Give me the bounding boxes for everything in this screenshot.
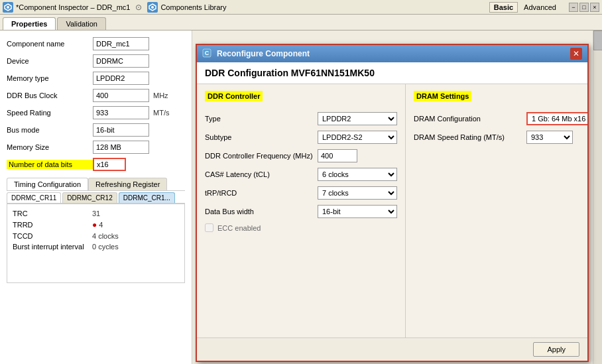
trp-select[interactable]: 7 clocks 4 clocks 5 clocks 6 clocks	[318, 186, 397, 200]
num-data-bits-input[interactable]	[93, 158, 126, 171]
dram-speed-label: DRAM Speed Rating (MT/s)	[414, 133, 526, 141]
ecc-row: ECC enabled	[205, 223, 397, 232]
tab-cr13[interactable]: DDRMC_CR1...	[119, 192, 175, 203]
freq-row: DDR Controller Frequency (MHz)	[205, 149, 397, 162]
trc-value: 31	[92, 210, 100, 217]
type-label: Type	[205, 115, 318, 123]
svg-point-1	[7, 6, 9, 9]
ddr-bus-clock-row: DDR Bus Clock MHz	[7, 89, 185, 102]
svg-text:C: C	[205, 50, 210, 56]
memory-size-input[interactable]	[93, 141, 149, 154]
burst-interrupt-value: 0 cycles	[92, 243, 119, 251]
cas-label: CAS# Latency (tCL)	[205, 170, 318, 178]
num-data-bits-row: Number of data bits	[7, 158, 185, 171]
title-bar: *Component Inspector – DDR_mc1 ⊙ Compone…	[0, 0, 602, 15]
right-panel: C Reconfigure Component ✕ DDR Configurat…	[192, 30, 602, 364]
speed-rating-unit: MT/s	[153, 109, 169, 117]
library-icon	[147, 2, 158, 13]
trp-row: tRP/tRCD 7 clocks 4 clocks 5 clocks 6 cl…	[205, 186, 397, 200]
component-name-input[interactable]	[93, 37, 149, 50]
burst-interrupt-label: Burst interrupt interval	[13, 243, 92, 251]
ddr-controller-section: DDR Controller Type LPDDR2 Subtype LPDDR…	[197, 84, 406, 337]
burst-interrupt-row: Burst interrupt interval 0 cycles	[13, 243, 179, 251]
freq-label: DDR Controller Frequency (MHz)	[205, 152, 318, 160]
apply-button[interactable]: Apply	[533, 342, 579, 357]
dialog-footer: Apply	[197, 337, 587, 361]
ecc-label: ECC enabled	[217, 224, 261, 232]
subtype-row: Subtype LPDDR2-S2	[205, 131, 397, 144]
ecc-checkbox[interactable]	[205, 223, 213, 232]
subtype-label: Subtype	[205, 133, 318, 141]
trrd-row: TRRD ● 4	[13, 220, 179, 229]
app-icon	[3, 2, 13, 13]
sub-tab-refreshing[interactable]: Refreshing Register	[88, 178, 167, 190]
memory-type-label: Memory type	[7, 74, 93, 82]
dialog-header-text: DDR Configuration MVF61NN151MK50	[205, 68, 375, 78]
trrd-value: 4	[99, 221, 103, 229]
ddr-bus-clock-unit: MHz	[153, 91, 168, 99]
ddr-bus-clock-input[interactable]	[93, 89, 149, 102]
component-name-row: Component name	[7, 37, 185, 50]
device-input[interactable]	[93, 54, 149, 68]
dram-speed-select[interactable]: 933 800 667	[526, 131, 573, 144]
tab-cr11[interactable]: DDRMC_CR11	[7, 192, 61, 203]
component-name-label: Component name	[7, 40, 93, 48]
reconfigure-dialog: C Reconfigure Component ✕ DDR Configurat…	[196, 44, 589, 362]
ddr-bus-clock-label: DDR Bus Clock	[7, 91, 93, 99]
dram-speed-row: DRAM Speed Rating (MT/s) 933 800 667	[414, 131, 587, 144]
svg-point-3	[151, 6, 154, 9]
dialog-body: DDR Controller Type LPDDR2 Subtype LPDDR…	[197, 84, 587, 337]
dram-config-row: DRAM Configuration 1 Gb: 64 Mb x16 512 M…	[414, 112, 587, 125]
cas-select[interactable]: 6 clocks 4 clocks 5 clocks 7 clocks	[318, 168, 397, 181]
num-data-bits-label: Number of data bits	[7, 160, 93, 169]
type-select[interactable]: LPDDR2	[318, 112, 397, 125]
bus-mode-input[interactable]	[93, 123, 149, 137]
tab-cr12[interactable]: DDRMC_CR12	[62, 192, 117, 203]
dram-settings-title: DRAM Settings	[414, 91, 471, 101]
advanced-button[interactable]: Advanced	[519, 2, 561, 13]
trc-label: TRC	[13, 210, 92, 217]
memory-size-label: Memory Size	[7, 143, 93, 151]
dialog-title-text: Reconfigure Component	[217, 49, 310, 58]
trp-label: tRP/tRCD	[205, 189, 318, 197]
data-bus-label: Data Bus width	[205, 208, 318, 215]
trc-row: TRC 31	[13, 210, 179, 217]
scrollbar-track[interactable]	[593, 30, 602, 364]
dram-config-select[interactable]: 1 Gb: 64 Mb x16 512 Mb: 32 Mb x16	[526, 112, 587, 125]
speed-rating-row: Speed Rating MT/s	[7, 106, 185, 119]
memory-type-input[interactable]	[93, 72, 149, 85]
left-panel: Component name Device Memory type DDR Bu…	[0, 30, 192, 364]
subtype-select[interactable]: LPDDR2-S2	[318, 131, 397, 144]
title-separator: ⊙	[135, 3, 142, 12]
trrd-label: TRRD	[13, 221, 92, 229]
type-row: Type LPDDR2	[205, 112, 397, 125]
ddr-controller-title: DDR Controller	[205, 91, 263, 101]
bus-mode-row: Bus mode	[7, 123, 185, 137]
dialog-title-bar: C Reconfigure Component ✕	[197, 45, 587, 62]
trrd-dot: ●	[92, 220, 97, 229]
tccd-label: TCCD	[13, 232, 92, 240]
dram-settings-section: DRAM Settings DRAM Configuration 1 Gb: 6…	[406, 84, 587, 337]
basic-button[interactable]: Basic	[489, 2, 518, 13]
main-content: Component name Device Memory type DDR Bu…	[0, 30, 602, 364]
cas-row: CAS# Latency (tCL) 6 clocks 4 clocks 5 c…	[205, 168, 397, 181]
speed-rating-label: Speed Rating	[7, 109, 93, 117]
bus-mode-label: Bus mode	[7, 126, 93, 134]
sub-tabs: Timing Configuration Refreshing Register	[7, 178, 185, 191]
sub-tab-timing[interactable]: Timing Configuration	[7, 178, 88, 190]
maximize-button[interactable]: □	[579, 3, 589, 12]
close-button[interactable]: ×	[590, 3, 599, 12]
device-row: Device	[7, 54, 185, 68]
speed-rating-input[interactable]	[93, 106, 149, 119]
device-label: Device	[7, 57, 93, 65]
dialog-close-button[interactable]: ✕	[570, 48, 582, 60]
timing-area: TRC 31 TRRD ● 4 TCCD 4 clocks Burst inte…	[7, 204, 185, 283]
minimize-button[interactable]: −	[569, 3, 578, 12]
tab-validation[interactable]: Validation	[57, 17, 106, 30]
tabs-bar: Properties Validation	[0, 15, 602, 30]
data-bus-select[interactable]: 16-bit 8-bit 32-bit	[318, 205, 397, 218]
scrollbar-thumb[interactable]	[593, 30, 602, 50]
tab-properties[interactable]: Properties	[3, 17, 56, 30]
dialog-icon: C	[202, 48, 213, 59]
freq-input[interactable]	[318, 149, 357, 162]
